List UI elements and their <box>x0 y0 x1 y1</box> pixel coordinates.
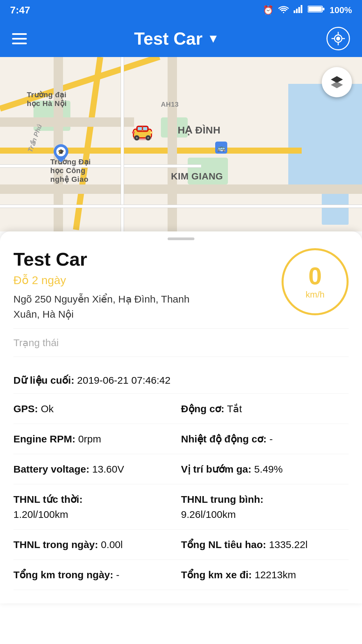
data-item-thnl-trung-binh: THNL trung bình: 9.26l/100km <box>181 492 349 520</box>
label-thnl-trung-binh: THNL trung bình: <box>181 492 349 507</box>
svg-rect-3 <box>301 5 302 13</box>
svg-rect-20 <box>137 127 142 130</box>
svg-rect-27 <box>132 131 135 133</box>
status-icons: ⏰ 100% <box>263 5 352 15</box>
speedometer: 0 km/h <box>282 248 349 315</box>
map-road-thin <box>0 205 362 208</box>
data-item-battery: Battery voltage: 13.60V <box>13 464 124 475</box>
data-col-tongkm-xedi: Tổng km xe đi: 12213km <box>181 567 349 582</box>
svg-marker-29 <box>331 82 343 88</box>
car-marker <box>131 124 154 141</box>
svg-rect-6 <box>308 7 322 11</box>
data-col-vitribuomga: Vị trí bướm ga: 5.49% <box>181 462 349 477</box>
svg-text:🚌: 🚌 <box>217 144 226 152</box>
label-dongco: Động cơ: <box>181 403 224 414</box>
svg-rect-1 <box>296 9 298 13</box>
data-col-nhietdo: Nhiệt độ động cơ: - <box>181 431 349 446</box>
svg-point-7 <box>336 37 340 41</box>
status-time: 7:47 <box>10 4 30 16</box>
svg-rect-0 <box>294 10 295 13</box>
svg-text:🎓: 🎓 <box>58 149 64 155</box>
value-tongkm-xedi: 12213km <box>255 569 296 580</box>
pull-handle[interactable] <box>13 231 349 248</box>
map-road-gray <box>0 117 134 127</box>
map-label-hanu: Trường đạihọc Hà Nội <box>27 91 67 108</box>
location-button[interactable] <box>326 27 350 50</box>
map-water <box>288 84 362 184</box>
data-item-thnl-trong-ngay: THNL trong ngày: 0.00l <box>13 539 123 550</box>
hamburger-menu[interactable] <box>12 33 27 44</box>
data-item-tong-nl: Tổng NL tiêu hao: 1335.22l <box>181 539 308 550</box>
svg-rect-5 <box>322 8 324 10</box>
svg-rect-26 <box>150 131 153 133</box>
data-col-rpm: Engine RPM: 0rpm <box>13 431 181 446</box>
data-item-nhietdo: Nhiệt độ động cơ: - <box>181 433 273 444</box>
data-col-dongco: Động cơ: Tắt <box>181 401 349 416</box>
app-bar: Test Car ▼ <box>0 20 362 57</box>
data-col-battery: Battery voltage: 13.60V <box>13 462 181 477</box>
data-item-rpm: Engine RPM: 0rpm <box>13 433 101 444</box>
value-tongkm-ngay: - <box>116 569 119 580</box>
map-label-hadình: HẠ ĐÌNH <box>178 124 221 136</box>
data-row-thnl: THNL tức thời: 1.20l/100km THNL trung bì… <box>13 484 349 530</box>
map-road-thin <box>0 164 201 168</box>
data-item-vitribuomga: Vị trí bướm ga: 5.49% <box>181 464 283 475</box>
speed-value: 0 <box>308 264 322 288</box>
map-road-gray <box>0 184 362 194</box>
label-gps: GPS: <box>13 403 38 414</box>
label-tongkm-ngay: Tổng km trong ngày: <box>13 569 113 580</box>
svg-rect-2 <box>298 7 300 13</box>
value-du-lieu-cuoi: 2019-06-21 07:46:42 <box>77 375 171 386</box>
data-col-tongkm-ngay: Tổng km trong ngày: - <box>13 567 181 582</box>
label-du-lieu-cuoi: Dữ liệu cuối: <box>13 375 74 386</box>
data-row-du-lieu-cuoi: Dữ liệu cuối: 2019-06-21 07:46:42 <box>13 367 349 394</box>
vehicle-address: Ngõ 250 Nguyễn Xiển, Hạ Đình, Thanh Xuân… <box>13 291 201 322</box>
data-item-gps: GPS: Ok <box>13 403 54 414</box>
pull-handle-bar <box>168 237 194 240</box>
data-row-thnl-ngay-tongnl: THNL trong ngày: 0.00l Tổng NL tiêu hao:… <box>13 530 349 560</box>
svg-point-25 <box>147 137 149 139</box>
value-nhietdo: - <box>269 433 273 444</box>
vehicle-text: Test Car Đỗ 2 ngày Ngõ 250 Nguyễn Xiển, … <box>13 248 275 322</box>
data-row-tongkm: Tổng km trong ngày: - Tổng km xe đi: 122… <box>13 560 349 590</box>
value-dongco: Tắt <box>227 403 242 414</box>
battery-percent: 100% <box>330 5 352 15</box>
vehicle-name: Test Car <box>13 248 275 270</box>
battery-icon <box>308 5 325 15</box>
value-battery: 13.60V <box>92 464 124 475</box>
label-thnl-trong-ngay: THNL trong ngày: <box>13 539 98 550</box>
value-thnl-trung-binh: 9.26l/100km <box>181 509 236 520</box>
data-item-tongkm-xedi: Tổng km xe đi: 12213km <box>181 569 296 580</box>
label-nhietdo: Nhiệt độ động cơ: <box>181 433 266 444</box>
speed-unit: km/h <box>306 289 324 300</box>
value-vitribuomga: 5.49% <box>254 464 283 475</box>
data-item-du-lieu-cuoi: Dữ liệu cuối: 2019-06-21 07:46:42 <box>13 375 171 386</box>
map-area[interactable]: Trường đạihọc Hà Nội AH13 HẠ ĐÌNH KIM GI… <box>0 57 362 231</box>
map-label-kimgiang: KIM GIANG <box>171 171 223 182</box>
label-rpm: Engine RPM: <box>13 433 75 444</box>
signal-icon <box>294 5 303 15</box>
label-battery: Battery voltage: <box>13 464 89 475</box>
data-item-thnl-tuc-thoi: THNL tức thời: 1.20l/100km <box>13 492 181 520</box>
value-tong-nl: 1335.22l <box>269 539 307 550</box>
trang-thai-label: Trạng thái <box>13 337 59 348</box>
data-col-gps: GPS: Ok <box>13 401 181 416</box>
dropdown-arrow-icon: ▼ <box>207 32 219 46</box>
data-row-gps-dongco: GPS: Ok Động cơ: Tắt <box>13 394 349 424</box>
data-col-thnl-tuc-thoi: THNL tức thời: 1.20l/100km <box>13 492 181 522</box>
data-col-thnl-trung-binh: THNL trung bình: 9.26l/100km <box>181 492 349 522</box>
label-tong-nl: Tổng NL tiêu hao: <box>181 539 266 550</box>
trang-thai-section: Trạng thái <box>13 328 349 357</box>
data-col-tong-nl: Tổng NL tiêu hao: 1335.22l <box>181 537 349 552</box>
value-rpm: 0rpm <box>78 433 101 444</box>
data-row-battery-vitri: Battery voltage: 13.60V Vị trí bướm ga: … <box>13 454 349 484</box>
app-title-area[interactable]: Test Car ▼ <box>134 29 219 49</box>
vehicle-info-section: Test Car Đỗ 2 ngày Ngõ 250 Nguyễn Xiển, … <box>13 248 349 322</box>
vehicle-status: Đỗ 2 ngày <box>13 273 275 287</box>
data-item-dongco: Động cơ: Tắt <box>181 403 242 414</box>
bottom-panel: Test Car Đỗ 2 ngày Ngõ 250 Nguyễn Xiển, … <box>0 231 362 603</box>
label-vitribuomga: Vị trí bướm ga: <box>181 464 251 475</box>
map-layer-button[interactable] <box>322 67 352 97</box>
status-bar: 7:47 ⏰ 100% <box>0 0 362 20</box>
value-gps: Ok <box>41 403 54 414</box>
